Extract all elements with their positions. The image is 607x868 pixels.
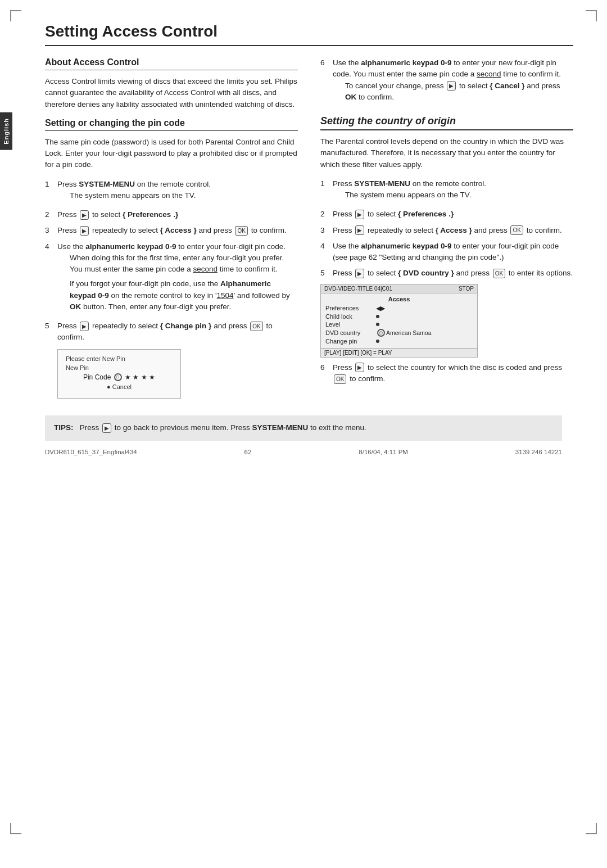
tips-box: TIPS: Press ▶ to go back to previous men… [45, 415, 562, 440]
country-step-2: 2 Press ▶ to select { Preferences .} [320, 209, 573, 220]
right-step-6a-indent: To cancel your change, press ▶ to select… [345, 80, 573, 103]
step-num-5: 5 [45, 320, 55, 332]
step-4-indent1: When doing this for the first time, ente… [70, 252, 298, 275]
step-2-curly: { Preferences .} [123, 210, 178, 219]
step-2-content: Press ▶ to select { Preferences .} [57, 209, 298, 220]
step-3-content: Press ▶ repeatedly to select { Access } … [57, 225, 298, 236]
country-step-num-5: 5 [320, 268, 330, 279]
nav-icon-c5b: OK [493, 269, 505, 278]
about-section-body: Access Control limits viewing of discs t… [45, 76, 298, 110]
country-step-1: 1 Press SYSTEM-MENU on the remote contro… [320, 178, 573, 205]
country-step-num-6: 6 [320, 362, 330, 373]
page-footer: DVDR610_615_37_Engfinal434 62 8/16/04, 4… [45, 449, 562, 455]
nav-icon-c3b: OK [510, 225, 523, 235]
dvd-menu-preferences: Preferences ◀▶ [325, 305, 473, 312]
step-1-bold: SYSTEM-MENU [79, 180, 135, 188]
country-step-num-4: 4 [320, 241, 330, 252]
step-3-curly: { Access } [160, 226, 197, 234]
dvd-header-left: DVD-VIDEO-TITLE 04|C01 [324, 286, 392, 292]
dvd-menu-prefs-arrow: ◀▶ [376, 305, 385, 312]
right-step-6a: 6 Use the alphanumeric keypad 0-9 to ent… [320, 57, 573, 106]
dvd-menu-level: Level [325, 321, 473, 328]
nav-icon-c6b: OK [334, 374, 346, 384]
country-step-num-1: 1 [320, 178, 330, 189]
country-step-1-content: Press SYSTEM-MENU on the remote control.… [333, 178, 573, 205]
dvd-header-right: STOP [459, 286, 474, 292]
footer-center: 62 [244, 449, 252, 455]
dvd-menu-country: DVD country ⊙ American Samoa [325, 329, 473, 337]
step-num-1: 1 [45, 179, 55, 190]
right-step6-section: 6 Use the alphanumeric keypad 0-9 to ent… [320, 57, 573, 106]
dvd-screen-footer: [PLAY] [EDIT] [OK] = PLAY [321, 348, 477, 357]
dvd-menu-changepin-label: Change pin [325, 338, 376, 345]
country-step-num-3: 3 [320, 225, 330, 236]
country-step-3-content: Press ▶ repeatedly to select { Access } … [333, 225, 573, 236]
dvd-screen: DVD-VIDEO-TITLE 04|C01 STOP Access Prefe… [320, 284, 478, 358]
right-column: 6 Use the alphanumeric keypad 0-9 to ent… [320, 57, 573, 404]
dvd-menu-childlock-dot [376, 315, 379, 318]
country-section-body: The Parental control levels depend on th… [320, 136, 573, 170]
about-section: About Access Control Access Control limi… [45, 57, 298, 110]
nav-icon-3b: OK [235, 226, 247, 236]
dvd-screen-header: DVD-VIDEO-TITLE 04|C01 STOP [321, 284, 477, 293]
step-3: 3 Press ▶ repeatedly to select { Access … [45, 225, 298, 236]
dvd-menu-country-label: DVD country [325, 329, 376, 336]
step-1-indent: The system menu appears on the TV. [70, 190, 298, 201]
pin-code-screen: Please enter New Pin New Pin Pin Code ⊙ … [57, 349, 181, 399]
screen-cancel: ● Cancel [66, 383, 173, 390]
country-step-4-bold: alphanumeric keypad 0-9 [361, 242, 451, 250]
nav-icon-c2: ▶ [355, 210, 364, 219]
country-steps: 1 Press SYSTEM-MENU on the remote contro… [320, 178, 573, 279]
right-step-num-6a: 6 [320, 57, 330, 69]
dvd-menu-changepin-dot [376, 340, 379, 343]
country-step-5: 5 Press ▶ to select { DVD country } and … [320, 268, 573, 279]
pin-code-body: The same pin code (password) is used for… [45, 137, 298, 171]
right-step-6a-bold: alphanumeric keypad 0-9 [361, 58, 451, 67]
dvd-menu-prefs-label: Preferences [325, 305, 376, 311]
two-col-layout: About Access Control Access Control limi… [45, 57, 573, 404]
dvd-screen-body: Access Preferences ◀▶ Child lock Level [321, 293, 477, 348]
step-1-content: Press SYSTEM-MENU on the remote control.… [57, 179, 298, 205]
nav-icon-3: ▶ [80, 226, 89, 236]
country-step6-list: 6 Press ▶ to select the country for whic… [320, 362, 573, 385]
screen-line2: New Pin [66, 364, 173, 371]
country-section-title: Setting the country of origin [320, 115, 573, 130]
nav-icon-c6: ▶ [355, 363, 364, 372]
step-5: 5 Press ▶ repeatedly to select { Change … [45, 320, 298, 343]
step-2: 2 Press ▶ to select { Preferences .} [45, 209, 298, 220]
country-step-4: 4 Use the alphanumeric keypad 0-9 to ent… [320, 241, 573, 264]
nav-icon-2: ▶ [80, 210, 89, 220]
step-1: 1 Press SYSTEM-MENU on the remote contro… [45, 179, 298, 205]
step-num-4: 4 [45, 241, 55, 252]
page-title: Setting Access Control [45, 22, 573, 46]
nav-icon-5: ▶ [80, 322, 89, 331]
nav-icon-cancel: ▶ [447, 81, 456, 91]
dvd-menu-changepin: Change pin [325, 338, 473, 345]
pin-code-title: Setting or changing the pin code [45, 118, 298, 131]
about-section-title: About Access Control [45, 57, 298, 70]
country-step-1-indent: The system menu appears on the TV. [345, 189, 573, 201]
dvd-menu-country-icon: ⊙ [377, 329, 385, 337]
corner-bl [10, 823, 21, 834]
country-step-6-content: Press ▶ to select the country for which … [333, 362, 573, 385]
country-step-num-2: 2 [320, 209, 330, 220]
dvd-menu-level-label: Level [325, 321, 376, 328]
right-step-list-top: 6 Use the alphanumeric keypad 0-9 to ent… [320, 57, 573, 106]
corner-br [586, 823, 597, 834]
screen-pin-label: Pin Code [83, 373, 111, 381]
country-step-3: 3 Press ▶ repeatedly to select { Access … [320, 225, 573, 236]
tips-system-menu: SYSTEM-MENU [252, 423, 308, 432]
corner-tl [10, 10, 21, 21]
country-step-2-content: Press ▶ to select { Preferences .} [333, 209, 573, 220]
dvd-menu-level-dot [376, 323, 379, 326]
dvd-menu-country-value: American Samoa [386, 329, 432, 336]
footer-date: 8/16/04, 4:11 PM [359, 449, 408, 455]
dvd-menu-childlock: Child lock [325, 313, 473, 320]
screen-pin-value: ★ ★ ★ ★ [125, 373, 155, 381]
page-wrapper: English Setting Access Control About Acc… [0, 0, 607, 868]
step-4-bold: alphanumeric keypad 0-9 [85, 242, 176, 251]
footer-left: DVDR610_615_37_Engfinal434 [45, 449, 137, 455]
country-section: Setting the country of origin The Parent… [320, 115, 573, 385]
step-num-3: 3 [45, 225, 55, 236]
screen-pin-row: Pin Code ⊙ ★ ★ ★ ★ [66, 373, 173, 382]
